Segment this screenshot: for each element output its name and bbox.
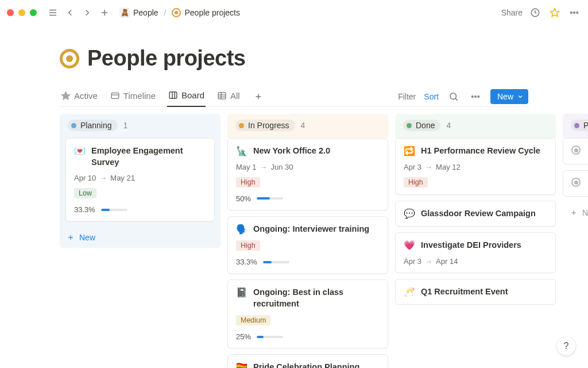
card[interactable] xyxy=(563,138,588,164)
more-icon[interactable] xyxy=(567,6,581,20)
page-icon[interactable] xyxy=(60,49,79,68)
card-title-text: Glassdoor Review Campaign xyxy=(421,208,536,220)
arrow-right-icon: → xyxy=(425,163,432,171)
arrow-right-icon: → xyxy=(260,163,267,171)
sort-button[interactable]: Sort xyxy=(424,92,439,101)
column-header[interactable]: In Progress4 xyxy=(233,114,382,138)
column-new-button[interactable]: N xyxy=(563,202,588,223)
tab-active[interactable]: Active xyxy=(60,87,99,106)
card-title-text: Employee Engagement Survey xyxy=(91,145,206,168)
status-chip: Pa xyxy=(571,120,588,131)
card[interactable]: 🗣️Ongoing: Interviewer trainingHigh33.3% xyxy=(227,216,388,274)
status-dot-icon xyxy=(574,123,579,128)
card-title-text: New York Office 2.0 xyxy=(253,145,330,157)
status-chip: Done xyxy=(403,120,440,131)
card-emoji: 🔁 xyxy=(404,145,415,156)
priority-badge: High xyxy=(236,240,260,251)
svg-rect-11 xyxy=(111,93,119,98)
column-header[interactable]: Pa xyxy=(568,114,588,138)
column-label: Done xyxy=(416,121,435,130)
column-label: Planning xyxy=(80,121,112,130)
card[interactable]: 💬Glassdoor Review Campaign xyxy=(395,201,556,227)
favorite-star-icon[interactable] xyxy=(548,6,562,20)
view-more-icon[interactable] xyxy=(469,90,482,103)
svg-point-22 xyxy=(450,93,457,99)
card[interactable]: 📓Ongoing: Best in class recruitmentMediu… xyxy=(227,279,388,348)
progress: 33.3% xyxy=(236,258,380,266)
arrow-right-icon: → xyxy=(99,174,107,182)
column-header[interactable]: Planning1 xyxy=(65,114,215,138)
share-button[interactable]: Share xyxy=(501,8,523,17)
card[interactable]: 🗽New York Office 2.0May 1→Jun 30High50% xyxy=(227,138,388,210)
svg-line-23 xyxy=(455,98,458,101)
card-emoji: 💬 xyxy=(404,208,415,219)
breadcrumb-current[interactable]: People projects xyxy=(169,7,242,18)
breadcrumb-parent[interactable]: 🧸 People xyxy=(117,6,161,19)
priority-badge: High xyxy=(404,177,428,187)
date-to: Jun 30 xyxy=(270,163,293,171)
menu-icon[interactable] xyxy=(46,6,60,20)
progress-label: 33.3% xyxy=(236,258,257,266)
tab-timeline-label: Timeline xyxy=(123,91,156,101)
progress-label: 25% xyxy=(236,332,251,341)
topbar-right: Share xyxy=(501,6,581,20)
column-done: Done4🔁H1 Performance Review CycleApr 3→M… xyxy=(395,114,556,368)
card[interactable]: 💌Employee Engagement SurveyApr 10→May 21… xyxy=(65,138,215,221)
date-to: May 12 xyxy=(436,163,461,171)
svg-point-7 xyxy=(570,12,572,14)
topbar: 🧸 People / People projects Share xyxy=(0,0,588,25)
close-window-dot[interactable] xyxy=(7,9,14,16)
tab-all-label: All xyxy=(230,91,240,101)
tab-all[interactable]: All xyxy=(216,87,241,106)
card-emoji: 💌 xyxy=(74,145,86,156)
card-dates: Apr 3→Apr 14 xyxy=(404,257,547,266)
breadcrumb-separator: / xyxy=(164,8,167,17)
minimize-window-dot[interactable] xyxy=(18,9,25,16)
new-button-label: New xyxy=(497,92,513,101)
status-chip: Planning xyxy=(68,120,118,131)
date-to: May 21 xyxy=(110,174,135,182)
column-new-label: N xyxy=(582,208,588,217)
card-title-text: Ongoing: Best in class recruitment xyxy=(253,287,380,309)
column-header[interactable]: Done4 xyxy=(401,114,550,138)
priority-badge: High xyxy=(236,177,260,187)
card[interactable]: 🏳️‍🌈Pride Celebration Planning xyxy=(227,354,388,368)
nav-forward-icon[interactable] xyxy=(80,6,94,20)
board: Planning1💌Employee Engagement SurveyApr … xyxy=(0,107,588,368)
svg-rect-16 xyxy=(218,92,226,98)
column-label: Pa xyxy=(583,121,588,130)
page-title[interactable]: People projects xyxy=(87,46,245,71)
column-label: In Progress xyxy=(248,121,289,130)
add-view-icon[interactable] xyxy=(252,90,265,103)
card-emoji: 🗣️ xyxy=(236,224,247,235)
card[interactable]: 💗Investigate DEI ProvidersApr 3→Apr 14 xyxy=(395,232,556,273)
help-button[interactable]: ? xyxy=(557,337,575,355)
updates-icon[interactable] xyxy=(528,6,542,20)
column-count: 4 xyxy=(446,121,451,130)
breadcrumb-current-label: People projects xyxy=(184,8,240,17)
tab-board-label: Board xyxy=(181,90,204,100)
card-title-text: Ongoing: Interviewer training xyxy=(253,224,369,235)
breadcrumb: 🧸 People / People projects xyxy=(117,6,242,19)
progress-label: 33.3% xyxy=(74,205,95,214)
card[interactable] xyxy=(563,170,588,197)
target-icon xyxy=(172,8,181,17)
search-icon[interactable] xyxy=(447,90,461,103)
card[interactable]: 🥂Q1 Recruitment Event xyxy=(395,279,556,305)
priority-badge: Medium xyxy=(236,315,270,325)
progress-bar xyxy=(257,197,283,200)
nav-back-icon[interactable] xyxy=(63,6,77,20)
column-count: 4 xyxy=(301,121,305,130)
filter-button[interactable]: Filter xyxy=(398,92,416,101)
zoom-window-dot[interactable] xyxy=(30,9,37,16)
card[interactable]: 🔁H1 Performance Review CycleApr 3→May 12… xyxy=(395,138,556,195)
card-dates: Apr 3→May 12 xyxy=(404,163,547,171)
progress-bar xyxy=(101,209,127,211)
tab-timeline[interactable]: Timeline xyxy=(109,87,157,106)
progress: 50% xyxy=(236,194,380,203)
column-new-button[interactable]: New xyxy=(60,227,220,248)
new-button[interactable]: New xyxy=(490,89,528,104)
new-page-icon[interactable] xyxy=(98,6,111,20)
card-emoji: 📓 xyxy=(236,287,247,298)
tab-board[interactable]: Board xyxy=(167,87,206,107)
